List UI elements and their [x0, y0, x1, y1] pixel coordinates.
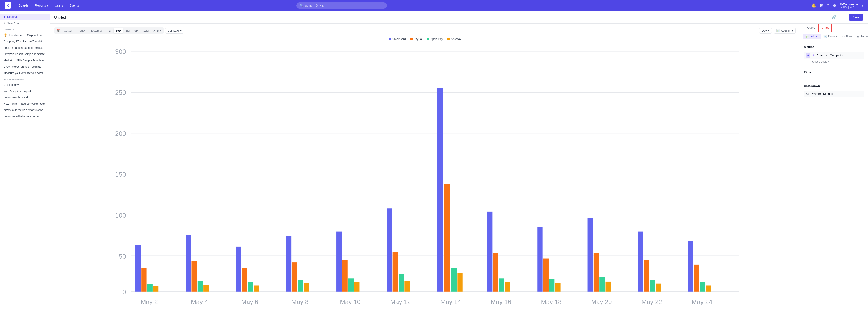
breakdown-header: Breakdown + — [804, 83, 864, 88]
nav-reports[interactable]: Reports ▾ — [33, 3, 51, 8]
bar — [342, 260, 347, 291]
svg-text:May 18: May 18 — [541, 298, 561, 305]
unique-users-chevron[interactable]: ▾ — [828, 61, 829, 63]
notifications-icon[interactable]: 🔔 — [811, 3, 816, 8]
save-button[interactable]: Save — [848, 14, 864, 21]
sidebar-item-intro[interactable]: 🏆 Introduction to Mixpanel Boards &... — [0, 32, 50, 38]
board-title[interactable]: Untitled — [54, 15, 828, 19]
grid-icon[interactable]: ⊞ — [820, 3, 823, 8]
bar — [688, 241, 693, 291]
sidebar-item-feature-launch[interactable]: Feature Launch Sample Template — [0, 45, 50, 51]
30d-btn[interactable]: 30D — [114, 28, 123, 33]
plus-icon: + — [4, 22, 5, 25]
add-breakdown-button[interactable]: + — [860, 83, 864, 88]
sidebar: ● Discover + New Board Pinned 🏆 Introduc… — [0, 11, 50, 311]
account-menu[interactable]: E-Commerce All Project Data — [840, 2, 858, 8]
tab-chart[interactable]: Chart — [818, 24, 832, 32]
custom-date-btn[interactable]: Custom — [62, 28, 75, 33]
svg-text:May 8: May 8 — [291, 298, 309, 305]
board-header-actions: 🔗 ··· Save — [831, 13, 864, 21]
bar — [292, 263, 297, 291]
help-icon[interactable]: ? — [827, 3, 829, 8]
svg-text:150: 150 — [115, 171, 126, 178]
retention-icon: ⊞ — [857, 35, 860, 38]
svg-text:May 20: May 20 — [591, 298, 612, 305]
xtd-btn[interactable]: XTD ▾ — [151, 28, 163, 33]
nav-events[interactable]: Events — [67, 3, 81, 8]
7d-btn[interactable]: 7D — [105, 28, 113, 33]
more-options-button[interactable]: ··· — [839, 13, 847, 21]
bar — [451, 268, 457, 291]
6m-btn[interactable]: 6M — [132, 28, 141, 33]
today-btn[interactable]: Today — [76, 28, 88, 33]
yesterday-btn[interactable]: Yesterday — [88, 28, 105, 33]
apple-pay-color — [427, 38, 429, 40]
breakdown-payment-method: Aa Payment Method ⋮ — [804, 91, 864, 97]
bar — [348, 278, 353, 291]
sidebar-new-board[interactable]: + New Board — [0, 20, 50, 26]
panel-subtabs: 📊 Insights 📉 Funnels 〰 Flows ⊞ Retention — [800, 32, 868, 41]
breakdown-more-icon[interactable]: ⋮ — [860, 92, 863, 96]
settings-icon[interactable]: ⚙ — [833, 3, 836, 8]
subtab-flows[interactable]: 〰 Flows — [840, 34, 855, 39]
metric-letter-a: A — [806, 53, 810, 58]
add-filter-button[interactable]: + — [860, 70, 864, 74]
sidebar-item-funnel-walkthrough[interactable]: New Funnel Features Walkthrough — [0, 101, 50, 107]
bar — [656, 284, 661, 291]
12m-btn[interactable]: 12M — [141, 28, 151, 33]
sidebar-item-sample-board[interactable]: mav's sample board — [0, 94, 50, 101]
subtab-insights[interactable]: 📊 Insights — [803, 34, 821, 39]
metric-sub-options: Unique Users ▾ — [812, 60, 864, 63]
link-icon-button[interactable]: 🔗 — [831, 13, 838, 21]
bar — [599, 277, 604, 291]
discover-icon: ● — [4, 15, 5, 19]
sidebar-item-multi-metric[interactable]: mav's multi metric demonstration — [0, 107, 50, 113]
sidebar-item-saved-behaviors[interactable]: mav's saved behaviors demo — [0, 113, 50, 119]
compare-dropdown[interactable]: Compare ▾ — [165, 28, 184, 34]
board-header: Untitled 🔗 ··· Save — [50, 11, 868, 24]
3m-btn[interactable]: 3M — [124, 28, 132, 33]
svg-text:May 12: May 12 — [390, 298, 411, 305]
add-metric-button[interactable]: + — [860, 44, 864, 49]
nav-users[interactable]: Users — [53, 3, 65, 8]
svg-text:100: 100 — [115, 212, 126, 219]
metric-purchase-completed: A ✦ Purchase Completed ⋮ — [804, 52, 864, 59]
search-input[interactable] — [305, 4, 383, 7]
sidebar-item-marketing-kpis[interactable]: Marketing KPIs Sample Template — [0, 57, 50, 64]
pin-emoji: 🏆 — [4, 33, 7, 37]
bar — [354, 282, 360, 291]
bar — [549, 279, 555, 291]
column-dropdown[interactable]: 📊 Column ▾ — [774, 28, 796, 34]
tab-query[interactable]: Query — [804, 24, 818, 32]
sidebar-item-untitled-mav[interactable]: Untitled mav — [0, 82, 50, 88]
sidebar-item-company-kpis[interactable]: Company KPIs Sample Template — [0, 38, 50, 45]
sidebar-item-web-analytics[interactable]: Web Analytics Template — [0, 88, 50, 94]
top-navigation: X Boards Reports ▾ Users Events 🔍 🔔 ⊞ ? … — [0, 0, 868, 11]
chevron-down-icon: ▾ — [47, 4, 49, 7]
metric-more-icon[interactable]: ⋮ — [860, 54, 863, 57]
bar — [700, 282, 705, 291]
legend-credit-card: Credit card — [389, 37, 406, 41]
right-panel: Query Chart 📊 Insights 📉 Funnels — [800, 24, 868, 311]
svg-text:May 22: May 22 — [642, 298, 662, 305]
subtab-retention[interactable]: ⊞ Retention — [855, 34, 868, 39]
account-chevron-icon[interactable]: ▾ — [862, 3, 864, 8]
chart-main: 📅 Custom Today Yesterday 7D 30D 3M 6M 12… — [50, 24, 800, 311]
sidebar-discover[interactable]: ● Discover — [0, 13, 50, 20]
logo[interactable]: X — [4, 2, 11, 8]
calendar-icon: 📅 — [55, 28, 61, 33]
sidebar-item-ecommerce[interactable]: E-Commerce Sample Template — [0, 64, 50, 70]
sidebar-item-lifecycle-cohort[interactable]: Lifecycle Cohort Sample Template — [0, 51, 50, 57]
nav-boards[interactable]: Boards — [16, 3, 31, 8]
svg-text:May 2: May 2 — [141, 298, 158, 305]
sidebar-item-website-performance[interactable]: Measure your Website's Performance — [0, 70, 50, 76]
chart-container: 300 250 200 150 100 50 0 — [54, 43, 796, 307]
svg-text:May 14: May 14 — [440, 298, 461, 305]
search-bar[interactable]: 🔍 — [296, 2, 387, 8]
your-boards-label: Your Boards — [0, 76, 50, 82]
filter-section: Filter + — [800, 66, 868, 80]
panel-main-tabs: Query Chart — [800, 24, 868, 32]
day-dropdown[interactable]: Day ▾ — [759, 28, 772, 34]
date-filter-group: 📅 Custom Today Yesterday 7D 30D 3M 6M 12… — [54, 27, 164, 34]
subtab-funnels[interactable]: 📉 Funnels — [821, 34, 840, 39]
